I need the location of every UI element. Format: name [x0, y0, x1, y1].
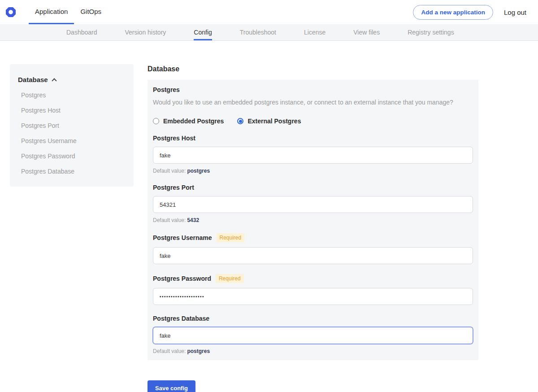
field-label: Postgres Username: [153, 234, 212, 241]
subnav-item-label: Troubleshoot: [240, 29, 276, 36]
field-hint: Default value:postgres: [153, 348, 473, 354]
field-postgres-password: Postgres Password Required: [153, 274, 473, 305]
field-postgres-host: Postgres Host Default value:postgres: [153, 135, 473, 174]
config-sidebar: Database Postgres Postgres Host Postgres…: [10, 64, 134, 187]
subnav-item-label: View files: [353, 29, 380, 36]
group-title: Postgres: [153, 86, 473, 93]
radio-embedded-label: Embedded Postgres: [163, 118, 224, 125]
hint-label: Default value:: [153, 168, 186, 174]
field-label: Postgres Host: [153, 135, 195, 142]
sidebar-group-database[interactable]: Database: [18, 76, 126, 83]
sidebar-item-postgres-database[interactable]: Postgres Database: [18, 168, 126, 175]
top-header: Application GitOps Add a new application…: [0, 0, 538, 24]
postgres-type-radio-group: Embedded Postgres External Postgres: [153, 118, 473, 125]
add-application-button[interactable]: Add a new application: [413, 5, 493, 20]
radio-embedded-postgres[interactable]: Embedded Postgres: [153, 118, 224, 125]
field-hint: Default value:postgres: [153, 168, 473, 174]
tab-gitops-label: GitOps: [80, 8, 101, 15]
radio-unchecked-icon: [153, 118, 159, 124]
field-hint: Default value:5432: [153, 217, 473, 223]
sidebar-item-postgres-username[interactable]: Postgres Username: [18, 137, 126, 144]
subnav-item-troubleshoot[interactable]: Troubleshoot: [240, 24, 276, 40]
hint-label: Default value:: [153, 348, 186, 354]
tab-application-label: Application: [35, 8, 68, 15]
sidebar-group-label: Database: [18, 76, 48, 83]
subnav-item-label: Dashboard: [66, 29, 97, 36]
subnav-item-label: Config: [194, 29, 212, 36]
subnav-item-registry-settings[interactable]: Registry settings: [408, 24, 454, 40]
subnav-item-dashboard[interactable]: Dashboard: [66, 24, 97, 40]
hint-label: Default value:: [153, 217, 186, 223]
sidebar-item-postgres-host[interactable]: Postgres Host: [18, 107, 126, 114]
hint-value: postgres: [187, 348, 210, 354]
hint-value: postgres: [187, 168, 210, 174]
page-title: Database: [148, 65, 478, 73]
save-config-button[interactable]: Save config: [148, 380, 195, 392]
header-right: Add a new application Log out: [413, 0, 526, 24]
logout-link[interactable]: Log out: [504, 9, 526, 16]
sidebar-item-postgres-password[interactable]: Postgres Password: [18, 152, 126, 160]
radio-external-postgres[interactable]: External Postgres: [237, 118, 301, 125]
subnav-item-config[interactable]: Config: [194, 24, 212, 40]
postgres-database-input[interactable]: [153, 327, 473, 344]
subnav-item-label: License: [304, 29, 325, 36]
field-postgres-username: Postgres Username Required: [153, 233, 473, 264]
tab-application[interactable]: Application: [29, 0, 74, 24]
field-label: Postgres Database: [153, 315, 209, 322]
subnav-item-view-files[interactable]: View files: [353, 24, 380, 40]
postgres-password-input[interactable]: [153, 288, 473, 305]
radio-checked-icon: [237, 118, 243, 124]
tab-gitops[interactable]: GitOps: [74, 0, 108, 24]
chevron-up-icon: [52, 78, 56, 83]
config-main: Database Postgres Would you like to use …: [148, 64, 478, 392]
sidebar-item-postgres[interactable]: Postgres: [18, 91, 126, 99]
top-tabs: Application GitOps: [29, 0, 108, 24]
radio-external-label: External Postgres: [247, 118, 301, 125]
field-postgres-port: Postgres Port Default value:5432: [153, 184, 473, 223]
config-group-panel: Postgres Would you like to use an embedd…: [148, 80, 478, 360]
sidebar-item-postgres-port[interactable]: Postgres Port: [18, 122, 126, 129]
field-label: Postgres Password: [153, 275, 211, 282]
field-postgres-database: Postgres Database Default value:postgres: [153, 315, 473, 354]
subnav-item-label: Registry settings: [408, 29, 454, 36]
app-subnav: Dashboard Version history Config Trouble…: [0, 24, 538, 41]
required-badge: Required: [217, 233, 245, 242]
subnav-item-license[interactable]: License: [304, 24, 325, 40]
app-logo-icon[interactable]: [5, 7, 16, 17]
postgres-port-input[interactable]: [153, 196, 473, 213]
subnav-item-version-history[interactable]: Version history: [125, 24, 166, 40]
hint-value: 5432: [187, 217, 199, 223]
required-badge: Required: [216, 274, 244, 283]
group-description: Would you like to use an embedded postgr…: [153, 99, 473, 106]
postgres-username-input[interactable]: [153, 247, 473, 264]
postgres-host-input[interactable]: [153, 147, 473, 164]
field-label: Postgres Port: [153, 184, 194, 191]
subnav-item-label: Version history: [125, 29, 166, 36]
